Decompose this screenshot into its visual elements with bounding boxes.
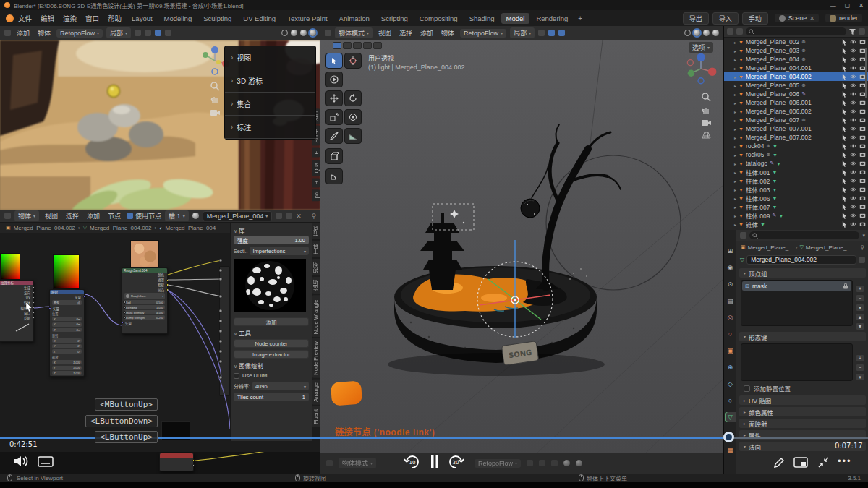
unlink-icon[interactable]: ✕: [809, 15, 814, 22]
visibility-eye-icon[interactable]: [850, 195, 856, 201]
render-camera-icon[interactable]: [859, 39, 866, 45]
image-paint-section[interactable]: 图像绘制: [234, 361, 309, 369]
snap-magnet-icon[interactable]: [135, 30, 141, 36]
volume-icon[interactable]: [13, 454, 30, 468]
properties-tab-icon[interactable]: ⊙: [725, 279, 736, 289]
outliner-search[interactable]: [746, 27, 846, 35]
camera-view-icon[interactable]: [210, 108, 221, 117]
fake-user-icon[interactable]: [276, 213, 282, 219]
outliner-row[interactable]: ▸ ▼ Merged_Plane_006.002 ⊕ ✎ ▼: [724, 107, 868, 116]
visibility-eye-icon[interactable]: [850, 134, 856, 140]
wireframe-shading-icon[interactable]: [281, 30, 288, 36]
workspace-tab[interactable]: Animation: [334, 13, 375, 24]
visibility-eye-icon[interactable]: [850, 39, 856, 45]
outliner-row[interactable]: ▸ ▼ Merged_Plane_005 ⊕ ✎ ▼: [724, 81, 868, 90]
pin-icon[interactable]: ⚲: [311, 213, 316, 220]
menubar-item[interactable]: 渲染: [59, 13, 81, 23]
camera-view-icon[interactable]: [701, 118, 712, 127]
tools-section[interactable]: 工具: [234, 328, 309, 337]
rendered-shading-icon[interactable]: [712, 30, 719, 36]
selectable-icon[interactable]: [842, 100, 847, 106]
minimize-button[interactable]: —: [830, 2, 836, 9]
lock-icon[interactable]: [843, 283, 848, 289]
node-menu-item[interactable]: 视图: [43, 211, 60, 221]
material-shading-icon[interactable]: [703, 30, 710, 36]
panel-title[interactable]: 库: [234, 226, 309, 234]
outliner-row[interactable]: ▸ ▼ rock04 ⊕ ✎ ▼: [724, 142, 868, 150]
pause-button[interactable]: [430, 455, 440, 469]
expand-icon[interactable]: ▸: [734, 196, 736, 201]
strength-slider[interactable]: 强度1.00: [234, 236, 309, 244]
mode-dropdown[interactable]: 物体模式: [335, 27, 373, 38]
outliner-row[interactable]: ▸ ▼ rock05 ⊕ ✎ ▼: [724, 150, 868, 159]
cursor-tool[interactable]: [344, 53, 362, 69]
sidebar-tab[interactable]: 工具: [312, 241, 320, 257]
vertex-group-item[interactable]: ⊞ mask: [742, 281, 851, 291]
selectable-icon[interactable]: [842, 65, 847, 72]
visibility-eye-icon[interactable]: [850, 48, 856, 53]
scene-selector[interactable]: Scene ✕: [775, 14, 819, 22]
render-camera-icon[interactable]: [859, 187, 866, 192]
extra-tool[interactable]: [326, 168, 343, 184]
visibility-eye-icon[interactable]: [850, 56, 856, 62]
selectable-icon[interactable]: [842, 48, 847, 54]
paint-select-icon[interactable]: [373, 42, 382, 49]
viewport-menu-item[interactable]: 视图: [376, 28, 393, 38]
properties-tab-icon[interactable]: ▣: [725, 346, 736, 356]
move-up-button[interactable]: ▲: [856, 313, 864, 321]
notes-pencil-icon[interactable]: [773, 456, 786, 469]
visibility-eye-icon[interactable]: [850, 213, 856, 218]
box-select-icon[interactable]: [343, 42, 352, 49]
maximize-button[interactable]: ▢: [845, 2, 851, 9]
pan-hand-icon[interactable]: [701, 105, 712, 116]
udim-checkbox[interactable]: Use UDIM: [234, 372, 309, 379]
outliner-row[interactable]: ▸ ▼ 柱体.006 ⊕ ✎ ▼: [724, 194, 868, 202]
export-button[interactable]: 导出: [683, 12, 709, 25]
add-item-button[interactable]: +: [856, 285, 864, 293]
expand-icon[interactable]: ▸: [734, 92, 736, 97]
outliner-row[interactable]: ▸ ▼ Merged_Plane_002 ⊕ ✎ ▼: [724, 38, 868, 46]
manual-button[interactable]: 手动: [742, 12, 768, 25]
retopoflow-menu[interactable]: RetopoFlow: [56, 29, 103, 38]
outliner-row[interactable]: ▸ ▼ Merged_Plane_004.001 ⊕ ✎ ▼: [724, 64, 868, 72]
properties-tab-icon[interactable]: ○: [725, 329, 736, 339]
outliner-row[interactable]: ▸ ▼ 柱体.009 ⊕ ✎ ▼: [724, 211, 868, 220]
selectable-icon[interactable]: [842, 195, 847, 202]
selectable-icon[interactable]: [842, 143, 847, 150]
visibility-eye-icon[interactable]: [850, 143, 856, 149]
specials-menu-button[interactable]: ▾: [856, 304, 864, 312]
transform-orientation-dropdown[interactable]: 局部: [510, 27, 535, 38]
outliner-row[interactable]: ▸ ▼ 柱体.002 ⊕ ✎ ▼: [724, 176, 868, 185]
expand-icon[interactable]: ▸: [734, 40, 736, 45]
selectable-icon[interactable]: [842, 126, 847, 132]
render-camera-icon[interactable]: [859, 221, 866, 227]
menubar-item[interactable]: 编辑: [36, 13, 59, 23]
context-menu-item[interactable]: 视图: [225, 46, 315, 69]
sidebar-tab[interactable]: 选项: [312, 277, 320, 294]
sidebar-tab[interactable]: Node Wrangler: [312, 295, 320, 337]
retopoflow-menu[interactable]: RetopoFlow: [460, 29, 506, 38]
circle-select-icon[interactable]: [353, 42, 362, 49]
subtitle-keyboard-icon[interactable]: [38, 456, 54, 467]
move-down-button[interactable]: ▼: [856, 322, 864, 330]
context-menu-item[interactable]: 标注: [225, 116, 315, 139]
expand-icon[interactable]: ▸: [734, 153, 736, 158]
video-scrubber-handle[interactable]: [723, 432, 734, 442]
properties-tab-icon[interactable]: ▤: [725, 296, 736, 306]
view-layer-selector[interactable]: render: [825, 14, 862, 22]
video-progress-remaining[interactable]: [729, 437, 868, 439]
sidebar-tab[interactable]: Qua: [312, 160, 320, 176]
outliner-row[interactable]: ▸ ▼ Merged_Plane_007 ⊕ ✎ ▼: [724, 116, 868, 124]
sidebar-tab[interactable]: po: [312, 189, 320, 201]
navigation-gizmo[interactable]: [684, 52, 718, 85]
viewport-menu-item[interactable]: 物体: [439, 28, 456, 38]
visibility-eye-icon[interactable]: [850, 91, 856, 97]
properties-tab-icon[interactable]: ▽: [725, 412, 736, 422]
perspective-toggle-icon[interactable]: [701, 131, 712, 140]
rest-position-checkbox[interactable]: 添加静置位置: [744, 384, 861, 393]
measure-tool[interactable]: [344, 128, 362, 144]
visibility-eye-icon[interactable]: [850, 126, 856, 132]
workspace-tab[interactable]: Texture Paint: [282, 13, 332, 24]
exit-fullscreen-icon[interactable]: [817, 456, 830, 468]
visibility-eye-icon[interactable]: [850, 74, 856, 80]
